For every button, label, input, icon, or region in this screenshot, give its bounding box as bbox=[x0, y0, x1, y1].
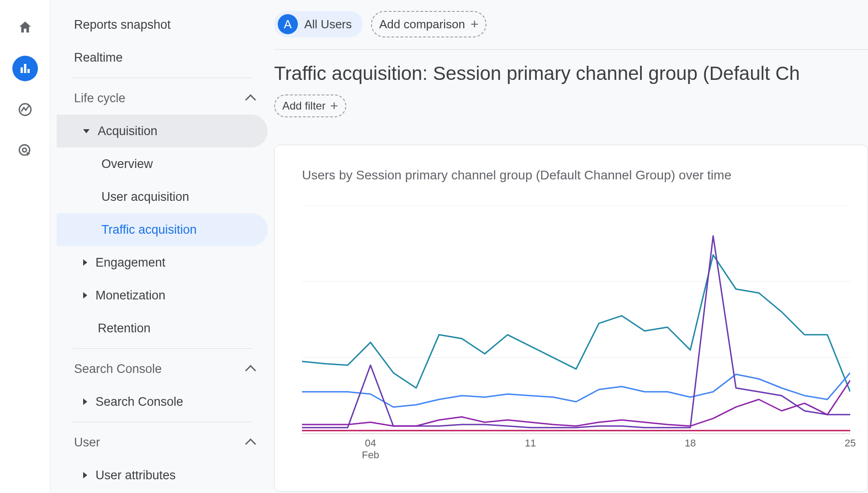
rail-explore-button[interactable] bbox=[12, 97, 38, 122]
chevron-up-icon bbox=[246, 365, 254, 373]
label: Overview bbox=[101, 157, 153, 171]
sidebar-user-attributes[interactable]: User attributes bbox=[57, 459, 268, 492]
label: Acquisition bbox=[98, 124, 158, 138]
chip-all-users[interactable]: A All Users bbox=[274, 11, 363, 37]
svg-rect-2 bbox=[27, 69, 30, 73]
line-chart[interactable]: 04111825Feb bbox=[302, 205, 868, 461]
chip-badge: A bbox=[278, 14, 298, 34]
x-tick-label: 18 bbox=[685, 437, 696, 449]
rail-home-button[interactable] bbox=[12, 15, 38, 40]
sidebar-reports-snapshot[interactable]: Reports snapshot bbox=[57, 8, 268, 41]
sidebar-engagement[interactable]: Engagement bbox=[57, 246, 268, 279]
svg-point-5 bbox=[22, 148, 26, 152]
caret-right-icon bbox=[83, 472, 87, 478]
label: User attributes bbox=[95, 468, 176, 483]
caret-down-icon bbox=[83, 129, 90, 133]
label: Search Console bbox=[74, 362, 162, 376]
chart-card: Users by Session primary channel group (… bbox=[274, 145, 868, 492]
comparison-bar: A All Users Add comparison + bbox=[274, 11, 868, 49]
plus-icon: + bbox=[330, 99, 339, 113]
x-tick-label: 25 bbox=[845, 437, 856, 449]
reports-sidebar: Reports snapshot Realtime Life cycle Acq… bbox=[50, 0, 274, 493]
divider bbox=[72, 348, 252, 349]
sidebar-section-user[interactable]: User bbox=[57, 426, 268, 459]
label: Search Console bbox=[95, 395, 183, 409]
label: Engagement bbox=[95, 256, 165, 270]
sidebar-user-acquisition[interactable]: User acquisition bbox=[57, 180, 268, 213]
x-month-label: Feb bbox=[362, 449, 379, 461]
sidebar-search-console[interactable]: Search Console bbox=[57, 385, 268, 418]
divider bbox=[274, 49, 868, 50]
chip-label: Add filter bbox=[282, 100, 326, 112]
divider bbox=[72, 78, 252, 78]
svg-rect-0 bbox=[21, 68, 23, 73]
sidebar-acquisition-overview[interactable]: Overview bbox=[57, 147, 268, 180]
x-tick-label: 04 bbox=[365, 437, 376, 449]
label: Retention bbox=[98, 321, 151, 336]
label: Realtime bbox=[74, 51, 123, 65]
label: Reports snapshot bbox=[74, 18, 171, 32]
page-title: Traffic acquisition: Session primary cha… bbox=[274, 63, 868, 84]
sidebar-monetization[interactable]: Monetization bbox=[57, 279, 268, 312]
reports-icon bbox=[18, 62, 32, 75]
plus-icon: + bbox=[471, 17, 479, 31]
caret-right-icon bbox=[83, 399, 87, 405]
home-icon bbox=[17, 20, 33, 35]
chevron-up-icon bbox=[246, 438, 254, 446]
label: User acquisition bbox=[101, 190, 189, 204]
rail-reports-button[interactable] bbox=[12, 56, 38, 81]
label: User bbox=[74, 435, 100, 450]
sidebar-acquisition[interactable]: Acquisition bbox=[57, 115, 268, 147]
svg-rect-1 bbox=[24, 64, 26, 73]
chevron-up-icon bbox=[246, 94, 254, 102]
sidebar-section-search-console[interactable]: Search Console bbox=[57, 352, 268, 385]
chip-label: All Users bbox=[304, 17, 352, 31]
sidebar-realtime[interactable]: Realtime bbox=[57, 41, 268, 74]
main-content: A All Users Add comparison + Traffic acq… bbox=[274, 0, 868, 493]
divider bbox=[72, 422, 252, 422]
explore-icon bbox=[17, 102, 33, 117]
caret-right-icon bbox=[83, 292, 87, 299]
label: Life cycle bbox=[74, 91, 126, 105]
chart-title: Users by Session primary channel group (… bbox=[302, 168, 868, 183]
add-filter-button[interactable]: Add filter + bbox=[274, 94, 346, 117]
sidebar-traffic-acquisition[interactable]: Traffic acquisition bbox=[57, 213, 268, 246]
x-tick-label: 11 bbox=[525, 437, 536, 449]
target-click-icon bbox=[17, 143, 33, 158]
label: Traffic acquisition bbox=[101, 223, 197, 237]
sidebar-retention[interactable]: Retention bbox=[57, 312, 268, 345]
label: Monetization bbox=[95, 288, 165, 303]
sidebar-section-life-cycle[interactable]: Life cycle bbox=[57, 82, 268, 115]
rail-ads-button[interactable] bbox=[12, 138, 38, 163]
caret-right-icon bbox=[83, 259, 87, 266]
chip-label: Add comparison bbox=[379, 17, 465, 31]
icon-rail bbox=[0, 0, 50, 493]
add-comparison-button[interactable]: Add comparison + bbox=[371, 11, 487, 37]
